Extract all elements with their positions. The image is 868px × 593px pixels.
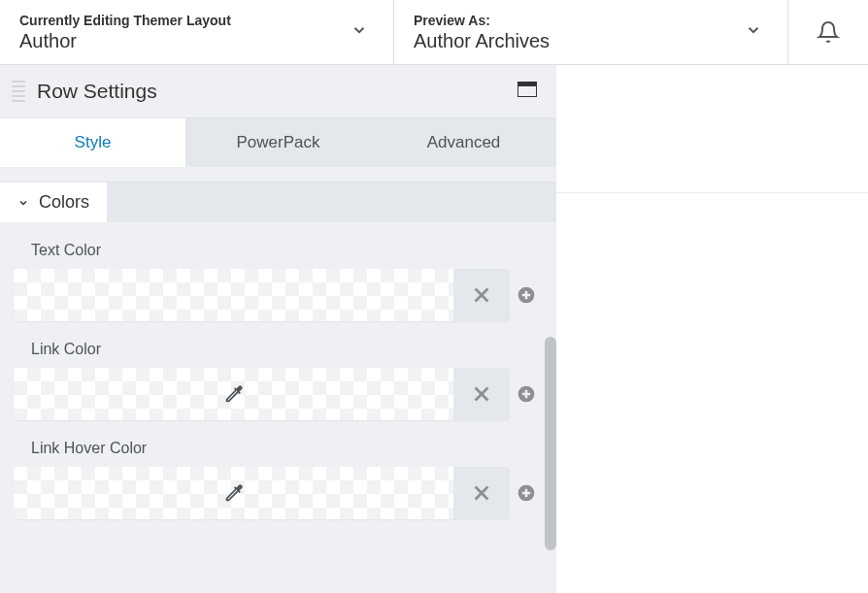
eyedropper-icon [223, 383, 245, 405]
themer-layout-selector[interactable]: Currently Editing Themer Layout Author [0, 0, 394, 64]
field-label: Text Color [31, 242, 543, 259]
chevron-down-icon [17, 196, 29, 210]
panel-title: Row Settings [37, 80, 517, 103]
themer-value: Author [19, 30, 374, 52]
drag-handle-icon[interactable] [10, 79, 27, 104]
close-icon [471, 482, 492, 504]
connect-field-button[interactable] [510, 384, 543, 404]
link-hover-color-picker[interactable] [14, 467, 510, 519]
plus-circle-icon [517, 384, 536, 404]
preview-as-selector[interactable]: Preview As: Author Archives [394, 0, 788, 64]
field-link-color: Link Color [14, 341, 543, 420]
settings-panel: Row Settings Style PowerPack Advanced Co… [0, 65, 556, 593]
color-swatch[interactable] [14, 368, 453, 420]
field-label: Link Hover Color [31, 440, 543, 457]
section-spacer [0, 167, 556, 182]
text-color-picker[interactable] [14, 269, 510, 321]
top-bar: Currently Editing Themer Layout Author P… [0, 0, 868, 65]
notifications-button[interactable] [788, 0, 868, 64]
clear-color-button[interactable] [453, 467, 510, 519]
tab-style[interactable]: Style [0, 118, 185, 167]
themer-label: Currently Editing Themer Layout [19, 13, 374, 28]
settings-tabs: Style PowerPack Advanced [0, 118, 556, 167]
preview-canvas [556, 65, 868, 593]
plus-circle-icon [517, 483, 536, 503]
color-swatch[interactable] [14, 269, 453, 321]
svg-rect-1 [517, 82, 537, 86]
close-icon [471, 383, 492, 405]
section-label: Colors [39, 192, 89, 213]
clear-color-button[interactable] [453, 368, 510, 420]
field-label: Link Color [31, 341, 543, 358]
section-bar-bg [107, 182, 556, 222]
link-color-picker[interactable] [14, 368, 510, 420]
field-text-color: Text Color [14, 242, 543, 321]
clear-color-button[interactable] [453, 269, 510, 321]
connect-field-button[interactable] [510, 483, 543, 503]
panel-header: Row Settings [0, 65, 556, 118]
chevron-down-icon [745, 21, 762, 43]
chevron-down-icon [351, 21, 368, 43]
field-link-hover-color: Link Hover Color [14, 440, 543, 519]
tab-advanced[interactable]: Advanced [371, 118, 556, 167]
eyedropper-icon [223, 482, 245, 504]
plus-circle-icon [517, 285, 536, 305]
close-icon [471, 284, 492, 306]
connect-field-button[interactable] [510, 285, 543, 305]
scrollbar[interactable] [545, 337, 556, 550]
responsive-toggle-icon[interactable] [517, 82, 537, 101]
panel-body: Text Color Link Color [0, 222, 556, 558]
tab-powerpack[interactable]: PowerPack [185, 118, 371, 167]
preview-value: Author Archives [414, 30, 768, 52]
color-swatch[interactable] [14, 467, 453, 519]
preview-label: Preview As: [414, 13, 768, 28]
section-colors-toggle[interactable]: Colors [0, 182, 107, 222]
